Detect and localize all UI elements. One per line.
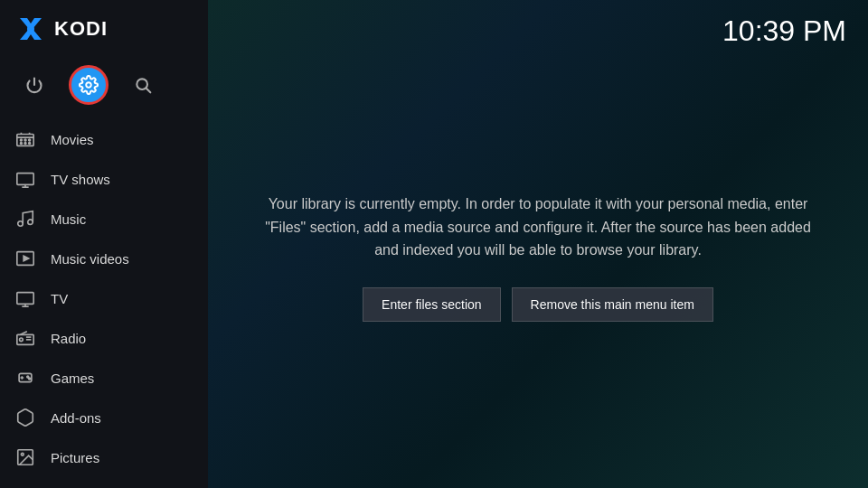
svg-point-15 xyxy=(18,221,24,227)
games-label: Games xyxy=(51,371,94,386)
empty-library-message: Your library is currently empty. In orde… xyxy=(262,192,814,262)
svg-rect-12 xyxy=(17,174,33,185)
music-icon xyxy=(14,208,36,230)
sidebar-item-add-ons[interactable]: Add-ons xyxy=(0,398,208,437)
sidebar-item-music[interactable]: Music xyxy=(0,199,208,239)
top-bar: 10:39 PM xyxy=(208,0,868,62)
sidebar-item-music-videos[interactable]: Music videos xyxy=(0,239,208,278)
content-area: Your library is currently empty. In orde… xyxy=(208,62,868,488)
music-videos-icon xyxy=(14,248,36,269)
sidebar-item-radio[interactable]: Radio xyxy=(0,318,208,358)
svg-point-7 xyxy=(24,139,26,141)
power-button[interactable] xyxy=(14,65,54,105)
radio-label: Radio xyxy=(51,331,86,346)
enter-files-button[interactable]: Enter files section xyxy=(363,287,501,322)
sidebar-icon-row xyxy=(0,58,208,119)
svg-point-27 xyxy=(29,378,31,380)
music-label: Music xyxy=(51,211,86,227)
pictures-icon xyxy=(14,446,36,468)
pictures-label: Pictures xyxy=(51,450,99,465)
svg-point-16 xyxy=(28,220,33,225)
svg-point-8 xyxy=(29,139,31,141)
music-videos-label: Music videos xyxy=(51,251,129,267)
sidebar-item-movies[interactable]: Movies xyxy=(0,119,208,159)
svg-marker-18 xyxy=(24,256,29,261)
sidebar-item-pictures[interactable]: Pictures xyxy=(0,437,208,477)
add-ons-icon xyxy=(14,407,36,428)
add-ons-label: Add-ons xyxy=(51,410,101,426)
games-icon xyxy=(14,367,36,389)
movies-icon xyxy=(14,128,36,150)
sidebar-item-games[interactable]: Games xyxy=(0,358,208,398)
svg-point-2 xyxy=(86,82,91,88)
tv-label: TV xyxy=(51,291,68,306)
tv-shows-icon xyxy=(14,168,36,190)
tv-icon xyxy=(14,287,36,309)
clock-display: 10:39 PM xyxy=(722,14,846,48)
nav-menu: Movies TV shows Music xyxy=(0,119,208,488)
remove-menu-item-button[interactable]: Remove this main menu item xyxy=(512,287,713,322)
sidebar-item-tv-shows[interactable]: TV shows xyxy=(0,159,208,199)
movies-label: Movies xyxy=(51,132,94,147)
tv-shows-label: TV shows xyxy=(51,172,110,187)
sidebar-item-tv[interactable]: TV xyxy=(0,278,208,318)
sidebar-header: KODI xyxy=(0,0,208,58)
main-content: 10:39 PM Your library is currently empty… xyxy=(208,0,868,488)
sidebar: KODI xyxy=(0,0,208,488)
search-button[interactable] xyxy=(123,65,163,105)
settings-button[interactable] xyxy=(69,65,108,105)
svg-point-29 xyxy=(21,453,24,455)
svg-point-9 xyxy=(21,143,23,145)
svg-point-10 xyxy=(24,143,26,145)
svg-line-4 xyxy=(146,89,151,93)
svg-point-1 xyxy=(27,25,34,33)
svg-rect-19 xyxy=(17,293,33,305)
svg-point-11 xyxy=(29,143,31,145)
svg-point-23 xyxy=(20,338,24,342)
app-title: KODI xyxy=(54,17,108,41)
radio-icon xyxy=(14,327,36,349)
kodi-logo-icon xyxy=(14,13,47,45)
svg-point-6 xyxy=(21,139,23,141)
action-buttons: Enter files section Remove this main men… xyxy=(363,287,713,322)
